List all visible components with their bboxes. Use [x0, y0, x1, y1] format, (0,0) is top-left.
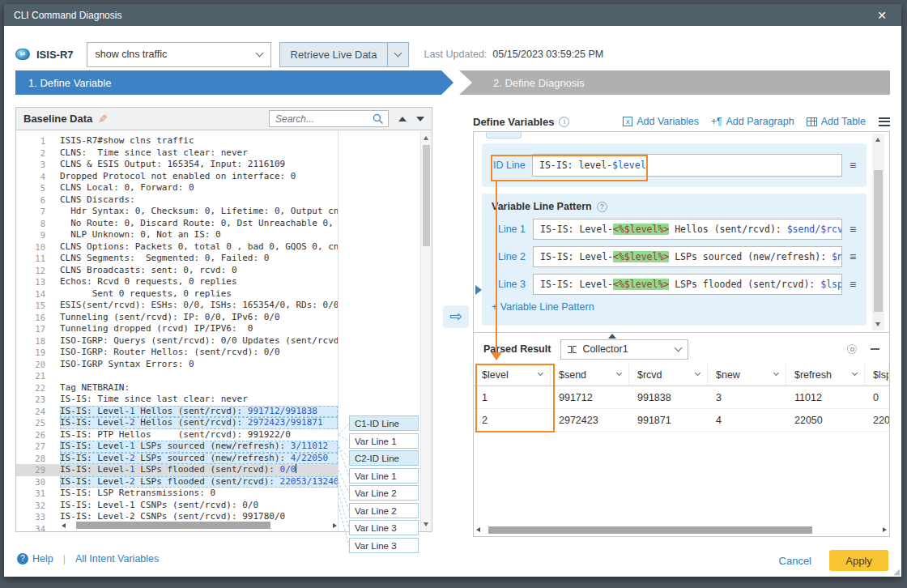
collector-select[interactable]: Collector1: [560, 339, 688, 360]
help-question-icon[interactable]: ?: [597, 202, 607, 212]
edit-pencil-icon[interactable]: ✎: [98, 114, 108, 124]
code-line[interactable]: 19ISO-IGRP: Router Hellos: (sent/rcvd): …: [16, 347, 338, 359]
column-header[interactable]: $lsp_sent: [865, 364, 889, 386]
scroll-up-icon[interactable]: [424, 136, 428, 140]
drag-handle-icon[interactable]: ≡: [842, 159, 863, 172]
find-previous-icon[interactable]: [398, 117, 407, 121]
tab-define-diagnosis[interactable]: 2. Define Diagnosis: [459, 70, 890, 95]
code-line[interactable]: 14 Sent 0 requests, 0 replies: [16, 288, 338, 300]
code-line[interactable]: 12CLNS Broadcasts: sent: 0, rcvd: 0: [16, 265, 338, 277]
retrieve-live-data-menu-button[interactable]: [387, 43, 408, 66]
code-line[interactable]: 6CLNS Discards:: [16, 194, 338, 207]
code-line[interactable]: 25IS-IS: Level-2 Hellos (sent/rcvd): 297…: [16, 417, 338, 429]
pattern-line-input[interactable]: IS-IS: Level-<%$level%> Hellos (sent/rcv…: [533, 219, 842, 240]
code-line[interactable]: 30IS-IS: Level-2 LSPs flooded (sent/rcvd…: [16, 476, 338, 488]
scroll-down-icon[interactable]: [424, 522, 428, 526]
splitter[interactable]: [474, 332, 889, 333]
search-input[interactable]: [274, 113, 373, 126]
code-line[interactable]: 20ISO-IGRP Syntax Errors: 0: [16, 359, 338, 371]
code-line[interactable]: 31IS-IS: LSP Retransmissions: 0: [16, 488, 338, 500]
resize-handle[interactable]: ◢: [893, 567, 900, 576]
column-header[interactable]: $refresh: [786, 364, 865, 386]
drag-handle-icon[interactable]: ≡: [842, 223, 863, 236]
var-line-tag[interactable]: Var Line 1: [349, 433, 419, 449]
matched-variable-token: <%$level%>: [613, 279, 669, 290]
command-select[interactable]: show clns traffic: [87, 42, 271, 67]
code-line[interactable]: 16Tunneling (sent/rcvd): IP: 0/0, IPv6: …: [16, 312, 338, 324]
apply-button[interactable]: Apply: [829, 550, 888, 571]
drag-handle-icon[interactable]: ≡: [842, 278, 863, 291]
all-intent-variables-link[interactable]: All Intent Variables: [75, 553, 159, 565]
pattern-line-input[interactable]: IS-IS: Level-<%$level%> LSPs flooded (se…: [533, 274, 842, 295]
scroll-left-icon[interactable]: [476, 527, 480, 532]
var-line-tag[interactable]: Var Line 1: [349, 468, 419, 484]
tab-define-variable[interactable]: 1. Define Variable: [15, 70, 454, 95]
var-line-tag[interactable]: Var Line 3: [349, 538, 419, 553]
column-header[interactable]: $level: [474, 364, 551, 386]
cli-output-viewer[interactable]: 1ISIS-R7#show clns traffic2CLNS: Time si…: [16, 131, 339, 531]
code-line[interactable]: 3CLNS & ESIS Output: 165354, Input: 2116…: [16, 159, 338, 171]
code-line[interactable]: 29IS-IS: Level-1 LSPs flooded (sent/rcvd…: [16, 464, 338, 476]
code-line[interactable]: 10CLNS Options: Packets 0, total 0 , bad…: [16, 241, 338, 254]
code-line[interactable]: 24IS-IS: Level-1 Hellos (sent/rcvd): 991…: [16, 406, 338, 418]
id-line-input[interactable]: IS-IS: level-$level: [532, 154, 842, 177]
id-line-tag[interactable]: C2-ID Line: [349, 450, 419, 466]
scroll-right-icon[interactable]: [333, 523, 337, 528]
retrieve-live-data-button[interactable]: Retrieve Live Data: [280, 43, 388, 66]
help-link[interactable]: ? Help: [17, 553, 53, 565]
column-header[interactable]: $rcvd: [629, 364, 708, 386]
collapse-minus-icon[interactable]: [871, 348, 879, 350]
code-line[interactable]: 8 No Route: 0, Discard Route: 0, Dst Unr…: [16, 218, 338, 230]
add-paragraph-button[interactable]: +¶ Add Paragraph: [711, 116, 794, 127]
code-line[interactable]: 15ESIS(sent/rcvd): ESHs: 0/0, ISHs: 1653…: [16, 300, 338, 312]
code-line[interactable]: 17Tunneling dropped (rcvd) IP/IPV6: 0: [16, 323, 338, 335]
code-line[interactable]: 28IS-IS: Level-2 LSPs sourced (new/refre…: [16, 453, 338, 465]
scroll-up-icon[interactable]: [875, 138, 880, 142]
code-line-text: NLP Unknown: 0, Not an IS: 0: [60, 229, 338, 241]
line-number: 33: [16, 511, 45, 523]
search-icon[interactable]: [373, 113, 384, 125]
close-icon[interactable]: ✕: [872, 8, 892, 23]
add-variable-line-pattern-link[interactable]: + Variable Line Pattern: [492, 301, 863, 313]
code-line[interactable]: 23IS-IS: Time since last clear: never: [16, 394, 338, 406]
scrollbar-thumb[interactable]: [488, 526, 812, 534]
code-line[interactable]: 1ISIS-R7#show clns traffic: [16, 135, 338, 147]
scroll-right-icon[interactable]: [883, 527, 887, 532]
id-line-tag[interactable]: C1-ID Line: [349, 415, 419, 431]
code-line[interactable]: 18ISO-IGRP: Querys (sent/rcvd): 0/0 Upda…: [16, 335, 338, 347]
scrollbar-thumb[interactable]: [76, 522, 270, 529]
var-line-tag[interactable]: Var Line 2: [349, 485, 419, 501]
code-line[interactable]: 9 NLP Unknown: 0, Not an IS: 0: [16, 229, 338, 241]
code-line[interactable]: 7 Hdr Syntax: 0, Checksum: 0, Lifetime: …: [16, 206, 338, 218]
add-variables-button[interactable]: x Add Variables: [623, 116, 699, 127]
info-icon[interactable]: i: [559, 117, 569, 127]
apply-pattern-arrow-button[interactable]: ⇨: [443, 305, 469, 328]
code-line[interactable]: 13Echos: Rcvd 0 requests, 0 replies: [16, 276, 338, 288]
table-cell: 991712: [551, 386, 629, 408]
scrollbar-thumb[interactable]: [423, 145, 430, 246]
code-line[interactable]: 22Tag NETBRAIN:: [16, 382, 338, 394]
drag-handle-icon[interactable]: ≡: [842, 250, 863, 263]
scroll-left-icon[interactable]: [62, 523, 66, 528]
column-header[interactable]: $new: [708, 364, 786, 386]
code-line[interactable]: 4Dropped Protocol not enabled on interfa…: [16, 171, 338, 183]
scroll-down-icon[interactable]: [875, 322, 880, 326]
code-line[interactable]: 26IS-IS: PTP Hellos (sent/rcvd): 991922/…: [16, 429, 338, 441]
code-line[interactable]: 21: [16, 370, 338, 382]
panel-menu-icon[interactable]: [879, 117, 890, 126]
code-line[interactable]: 27IS-IS: Level-1 LSPs sourced (new/refre…: [16, 441, 338, 453]
code-line[interactable]: 5CLNS Local: 0, Forward: 0: [16, 182, 338, 194]
table-settings-gear-icon[interactable]: [847, 344, 857, 354]
code-line[interactable]: 32IS-IS: Level-1 CSNPs (sent/rcvd): 0/0: [16, 500, 338, 512]
code-line[interactable]: 11CLNS Segments: Segmented: 0, Failed: 0: [16, 253, 338, 265]
pattern-line-input[interactable]: IS-IS: Level-<%$level%> LSPs sourced (ne…: [533, 246, 842, 267]
var-line-tag[interactable]: Var Line 2: [349, 503, 419, 518]
add-table-button[interactable]: Add Table: [807, 116, 866, 127]
scrollbar-thumb[interactable]: [874, 170, 883, 312]
code-line-text: IS-IS: Level-2 LSPs flooded (sent/rcvd):…: [60, 476, 338, 488]
var-line-tag[interactable]: Var Line 3: [349, 520, 419, 535]
cancel-button[interactable]: Cancel: [779, 555, 811, 567]
column-header[interactable]: $send: [551, 364, 629, 386]
find-next-icon[interactable]: [416, 117, 424, 121]
code-line[interactable]: 2CLNS: Time since last clear: never: [16, 147, 338, 160]
